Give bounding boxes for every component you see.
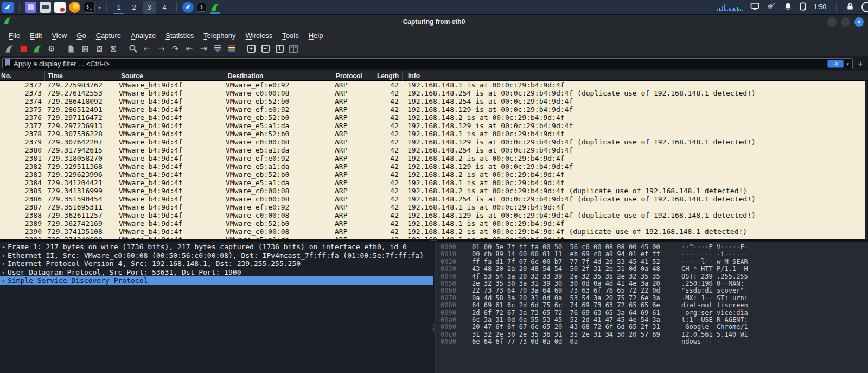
detail-line-4[interactable]: ▸Simple Service Discovery Protocol	[0, 276, 433, 285]
expand-arrow-icon[interactable]: ▸	[0, 251, 8, 260]
packet-row-2372[interactable]: 2372729.275983762VMware_b4:9d:4fVMware_e…	[0, 81, 865, 89]
menu-go[interactable]: Go	[72, 30, 90, 41]
find-packet-icon[interactable]	[126, 42, 140, 56]
minimize-button[interactable]	[827, 17, 837, 27]
hex-row-0030[interactable]: 003043 48 20 2a 20 48 54 54 50 2f 31 2e …	[441, 265, 868, 273]
packet-row-2380[interactable]: 2380729.317942615VMware_b4:9d:4fVMware_e…	[0, 146, 865, 154]
packet-row-2387[interactable]: 2387729.351695311VMware_b4:9d:4fVMware_e…	[0, 203, 865, 211]
capture-options-icon[interactable]: ⚙	[44, 42, 59, 56]
go-forward-icon[interactable]: →	[154, 42, 168, 56]
hex-row-0070[interactable]: 00700a 4d 58 3a 20 31 0d 0a 53 54 3a 20 …	[441, 295, 868, 302]
packet-row-2388[interactable]: 2388729.362611257VMware_b4:9d:4fVMware_c…	[0, 211, 865, 219]
packet-row-2378[interactable]: 2378729.307536228VMware_b4:9d:4fVMware_e…	[0, 130, 865, 138]
menu-capture[interactable]: Capture	[92, 30, 125, 41]
display-filter-input[interactable]	[14, 60, 825, 68]
go-to-packet-icon[interactable]: ↷	[168, 42, 182, 56]
pane-splitter-horizontal[interactable]	[0, 239, 868, 242]
menu-analyze[interactable]: Analyze	[126, 30, 160, 41]
packet-row-2379[interactable]: 2379729.307642207VMware_b4:9d:4fVMware_c…	[0, 138, 865, 146]
menu-view[interactable]: View	[47, 30, 71, 41]
maximize-button[interactable]	[841, 17, 850, 27]
packet-row-2381[interactable]: 2381729.318058270VMware_b4:9d:4fVMware_e…	[0, 154, 865, 162]
packet-row-2376[interactable]: 2376729.297116472VMware_b4:9d:4fVMware_e…	[0, 113, 865, 122]
reload-file-icon[interactable]	[106, 42, 120, 56]
column-header-protocol[interactable]: Protocol	[333, 71, 374, 81]
stop-capture-icon[interactable]	[16, 42, 30, 56]
workspace-button-1[interactable]: 1	[112, 1, 125, 14]
filter-dropdown-icon[interactable]: ▾	[846, 61, 850, 67]
packet-row-2384[interactable]: 2384729.341204421VMware_b4:9d:4fVMware_e…	[0, 179, 865, 187]
workspace-button-2[interactable]: 2	[127, 1, 141, 14]
file-manager-icon[interactable]	[40, 2, 51, 13]
go-back-icon[interactable]: ←	[140, 42, 154, 56]
power-manager-icon[interactable]	[800, 2, 806, 12]
menu-edit[interactable]: Edit	[25, 30, 46, 41]
open-file-icon[interactable]	[64, 42, 78, 56]
hex-row-0010[interactable]: 001000 cb 89 14 00 00 01 11 eb 69 c0 a8 …	[441, 251, 868, 258]
session-menu-icon[interactable]	[861, 2, 868, 12]
packet-row-2389[interactable]: 2389729.362742169VMware_b4:9d:4fVMware_e…	[0, 219, 865, 227]
expand-arrow-icon[interactable]: ▸	[0, 243, 8, 251]
chevron-down-icon[interactable]: ▾	[98, 4, 101, 10]
workspace-button-4[interactable]: 4	[158, 1, 171, 14]
text-editor-icon[interactable]	[54, 2, 66, 13]
auto-scroll-icon[interactable]	[210, 42, 225, 56]
dashboard-app-icon[interactable]	[25, 2, 36, 13]
detail-line-3[interactable]: ▸User Datagram Protocol, Src Port: 53631…	[0, 268, 433, 277]
close-capture-icon[interactable]	[92, 42, 106, 56]
add-filter-button[interactable]: +	[855, 59, 866, 69]
browser-window-icon[interactable]	[182, 2, 194, 13]
kali-menu-icon[interactable]	[2, 2, 14, 13]
display-filter-field[interactable]: ➔ ▾	[2, 58, 853, 69]
column-header-length[interactable]: Length	[374, 71, 402, 81]
packet-row-2375[interactable]: 2375729.286512491VMware_b4:9d:4fVMware_e…	[0, 105, 865, 113]
hex-row-00b0[interactable]: 00b020 47 6f 6f 67 6c 65 20 43 68 72 6f …	[441, 324, 868, 331]
packet-row-2374[interactable]: 2374729.286418092VMware_b4:9d:4fVMware_e…	[0, 97, 865, 105]
display-icon[interactable]	[750, 2, 760, 12]
restart-capture-icon[interactable]	[30, 42, 44, 56]
detail-line-1[interactable]: ▸Ethernet II, Src: VMware_c0:00:08 (00:5…	[0, 251, 433, 260]
menu-telephony[interactable]: Telephony	[199, 30, 240, 41]
apply-filter-button[interactable]: ➔	[827, 60, 844, 68]
detail-line-2[interactable]: ▸Internet Protocol Version 4, Src: 192.1…	[0, 260, 433, 268]
pane-splitter-vertical[interactable]	[433, 242, 434, 373]
column-header-no[interactable]: No.	[0, 71, 44, 81]
firefox-icon[interactable]	[69, 2, 80, 13]
packet-row-2385[interactable]: 2385729.341316999VMware_b4:9d:4fVMware_c…	[0, 187, 865, 195]
terminal-launcher-icon[interactable]: ❯_	[84, 2, 95, 13]
normal-size-icon[interactable]: 1	[272, 42, 286, 56]
clock[interactable]: 1:50	[814, 3, 826, 11]
packet-list[interactable]: 2372729.275983762VMware_b4:9d:4fVMware_e…	[0, 81, 868, 239]
menu-file[interactable]: File	[4, 30, 24, 41]
hex-row-00d0[interactable]: 00d06e 64 6f 77 73 0d 0a 0d 0andows··· ·	[441, 338, 868, 345]
hex-row-0000[interactable]: 000001 00 5e 7f ff fa 00 50 56 c0 00 08 …	[441, 244, 868, 251]
menu-tools[interactable]: Tools	[278, 30, 303, 41]
start-capture-icon[interactable]	[2, 42, 16, 56]
packet-row-2377[interactable]: 2377729.297236913VMware_b4:9d:4fVMware_e…	[0, 122, 865, 130]
expand-arrow-icon[interactable]: ▸	[0, 276, 8, 285]
hex-row-00a0[interactable]: 00a06c 3a 31 0d 0a 55 53 45 52 2d 41 47 …	[441, 317, 868, 324]
wireshark-window-icon[interactable]	[209, 2, 221, 13]
column-header-destination[interactable]: Destination	[225, 71, 333, 81]
menu-help[interactable]: Help	[304, 30, 328, 41]
workspace-button-3[interactable]: 3	[143, 1, 156, 14]
save-file-icon[interactable]	[78, 42, 92, 56]
expand-arrow-icon[interactable]: ▸	[0, 260, 8, 268]
packet-row-2383[interactable]: 2383729.329623996VMware_b4:9d:4fVMware_e…	[0, 170, 865, 179]
menu-wireless[interactable]: Wireless	[241, 30, 277, 41]
zoom-out-icon[interactable]: −	[258, 42, 272, 56]
audio-muted-icon[interactable]	[767, 2, 776, 12]
expand-arrow-icon[interactable]: ▸	[0, 268, 8, 277]
hex-row-0020[interactable]: 0020ff fa d1 7f 07 6c 00 b7 77 7f 4d 2d …	[441, 258, 868, 265]
column-header-info[interactable]: Info	[402, 71, 868, 81]
hex-row-0090[interactable]: 00902d 6f 72 67 3a 73 65 72 76 69 63 65 …	[441, 309, 868, 317]
packet-row-2390[interactable]: 2390729.374135108VMware_b4:9d:4fVMware_c…	[0, 227, 865, 236]
hex-row-0040[interactable]: 00404f 53 54 3a 20 32 33 39 2e 32 35 35 …	[441, 273, 868, 280]
packet-row-2386[interactable]: 2386729.351590454VMware_b4:9d:4fVMware_c…	[0, 195, 865, 203]
hex-row-0080[interactable]: 008064 69 61 6c 2d 6d 75 6c 74 69 73 63 …	[441, 302, 868, 309]
hex-row-00c0[interactable]: 00c031 32 2e 30 2e 35 36 31 35 2e 31 34 …	[441, 331, 868, 338]
filter-bookmark-icon[interactable]	[5, 59, 11, 69]
detail-line-0[interactable]: ▸Frame 1: 217 bytes on wire (1736 bits),…	[0, 243, 433, 251]
close-button[interactable]: ✕	[854, 17, 864, 27]
zoom-in-icon[interactable]: +	[244, 42, 258, 56]
